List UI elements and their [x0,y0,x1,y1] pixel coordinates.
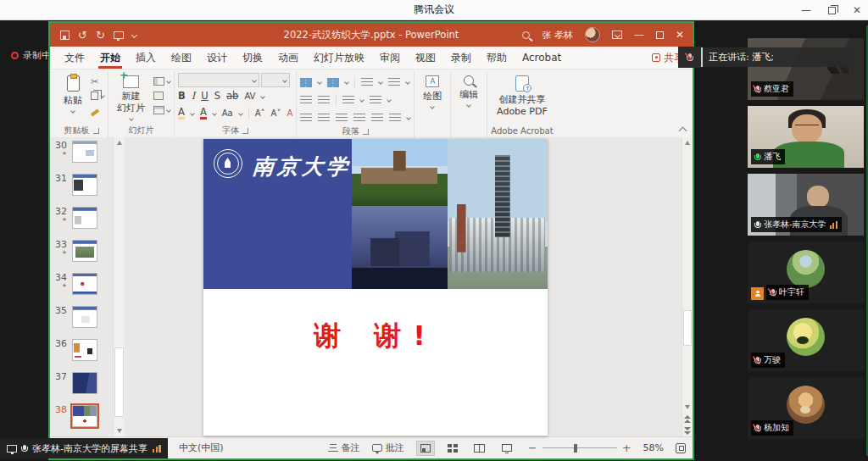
tab-view[interactable]: 视图 [408,47,443,69]
reading-view-button[interactable] [470,441,489,456]
thumbnail-row-selected[interactable]: 38 [53,405,113,427]
dialog-launcher-icon[interactable] [242,128,248,134]
grow-font-button[interactable]: A˄ [255,109,265,118]
tab-help[interactable]: 帮助 [479,47,515,69]
comments-button[interactable]: 批注 [372,442,404,454]
zoom-level[interactable]: 58% [643,442,664,453]
scroll-up-icon[interactable] [117,141,122,145]
thumbnail-row[interactable]: 36 [53,339,113,361]
align-center-button[interactable] [318,114,330,123]
clear-formatting-button[interactable]: A [287,109,292,118]
slide-layout-button[interactable] [153,75,170,87]
distribute-button[interactable] [371,114,383,123]
tab-file[interactable]: 文件 [57,47,92,69]
tab-draw[interactable]: 绘图 [164,47,199,69]
scrollbar-thumb[interactable] [683,310,692,346]
zoom-slider[interactable] [542,447,617,448]
font-name-select[interactable] [178,73,259,87]
text-shadow-button[interactable]: S [214,92,220,102]
participant-tile[interactable]: 叶宇轩 [748,242,864,303]
tab-record[interactable]: 录制 [443,47,479,69]
thumbnail-row[interactable]: 35 [53,306,113,328]
avatar[interactable] [585,27,600,42]
slide-thumbnail[interactable] [72,207,97,229]
decrease-indent-button[interactable] [300,96,312,105]
participant-tile[interactable]: 万骏 [748,309,864,371]
create-pdf-button[interactable]: 创建并共享 Adobe PDF [492,73,553,120]
editing-button[interactable]: 编辑 [454,73,483,109]
zoom-in-button[interactable]: + [622,442,632,453]
slide-sorter-button[interactable] [443,441,462,456]
columns-button[interactable] [342,96,354,105]
ppt-close-icon[interactable]: ✕ [676,30,684,40]
ppt-maximize-icon[interactable] [656,31,664,39]
slide-thumbnail[interactable] [72,339,97,361]
qat-customize-icon[interactable] [131,31,137,37]
next-slide-icon[interactable] [684,427,692,434]
underline-button[interactable]: U [201,92,208,102]
copy-button[interactable] [91,90,104,102]
align-left-button[interactable] [300,114,312,123]
highlight-color-button[interactable]: A [178,108,185,120]
new-slide-button[interactable]: 新建 幻灯片 [112,73,150,123]
collapse-ribbon-icon[interactable] [679,127,687,136]
thumbnail-row[interactable]: 33★ [53,240,113,262]
fit-slide-to-window-icon[interactable] [676,443,686,453]
restore-icon[interactable] [828,7,836,14]
ribbon-display-options-icon[interactable] [612,31,622,39]
slide-thumbnail[interactable] [72,372,97,394]
font-color-button[interactable]: A [200,108,207,120]
thumbnail-scrollbar[interactable] [113,137,125,436]
zoom-out-button[interactable]: − [528,442,537,453]
justify-button[interactable] [353,114,365,123]
tab-animations[interactable]: 动画 [270,47,306,69]
participant-tile[interactable]: 杨加知 [748,377,864,439]
cut-button[interactable]: ✂ [91,75,104,87]
thumbnail-row[interactable]: 31 [53,174,113,196]
slide-thumbnail[interactable] [72,174,97,196]
slide-thumbnail[interactable] [72,240,97,262]
scroll-up-icon[interactable] [685,141,690,145]
ppt-minimize-icon[interactable]: — [634,30,644,40]
tab-acrobat[interactable]: Acrobat [515,47,569,69]
shrink-font-button[interactable]: A˅ [271,109,281,118]
dialog-launcher-icon[interactable] [363,129,369,135]
bold-button[interactable]: B [178,92,186,102]
redo-icon[interactable]: ↻ [96,30,105,41]
start-slideshow-icon[interactable] [114,31,124,39]
slide-thumbnail[interactable] [72,273,97,295]
format-painter-button[interactable] [91,104,104,116]
text-direction-button[interactable] [370,96,381,105]
dialog-launcher-icon[interactable] [93,128,99,134]
tab-design[interactable]: 设计 [199,47,235,69]
line-spacing-button[interactable] [388,78,400,87]
tab-insert[interactable]: 插入 [128,47,164,69]
zoom-slider-thumb[interactable] [574,444,577,453]
tab-transitions[interactable]: 切换 [235,47,270,69]
search-icon[interactable] [522,31,530,39]
account-name[interactable]: 张 孝林 [542,29,573,42]
language-indicator[interactable]: 中文(中国) [179,442,224,454]
tab-review[interactable]: 审阅 [372,47,408,69]
draw-button[interactable]: A 绘图 [418,73,447,111]
italic-button[interactable]: I [192,92,196,102]
slideshow-view-button[interactable] [498,441,516,456]
thumbnail-row[interactable]: 34★ [53,273,113,295]
bullets-button[interactable] [300,78,312,87]
slide-thumbnail[interactable] [72,306,97,328]
tab-slideshow[interactable]: 幻灯片放映 [306,47,372,69]
slide-canvas[interactable]: 南京大学 谢 谢! [203,139,548,436]
thumbnail-row[interactable]: 30★ [53,141,113,163]
convert-smartart-button[interactable] [389,114,401,123]
close-icon[interactable]: ✕ [853,5,861,15]
normal-view-button[interactable] [416,441,435,456]
change-case-button[interactable]: Aa [222,109,233,118]
slide-thumbnail-selected[interactable] [72,405,97,427]
thumbnail-row[interactable]: 32★ [53,207,113,229]
character-spacing-button[interactable]: AV [244,92,255,101]
indent-list-button[interactable] [361,78,373,87]
thumbnail-row[interactable]: 37 [53,372,113,394]
reset-slide-button[interactable] [153,90,170,102]
slide-thumbnail[interactable] [72,141,97,163]
strikethrough-button[interactable]: ab [226,92,238,102]
